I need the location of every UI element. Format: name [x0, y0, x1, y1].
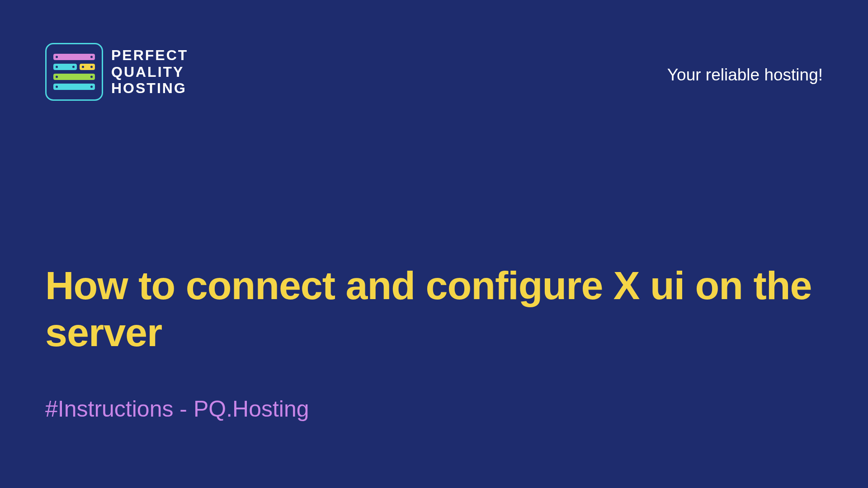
- logo-text-line: QUALITY: [111, 64, 188, 80]
- logo-bar: [53, 54, 95, 60]
- page-title: How to connect and configure X ui on the…: [45, 262, 823, 356]
- logo-bar-row: [53, 64, 95, 70]
- header: PERFECT QUALITY HOSTING Your reliable ho…: [0, 0, 868, 101]
- logo-text: PERFECT QUALITY HOSTING: [111, 47, 188, 97]
- logo-bar: [53, 84, 95, 90]
- logo-bar: [80, 64, 95, 70]
- tagline: Your reliable hosting!: [667, 43, 823, 84]
- logo-text-line: PERFECT: [111, 47, 188, 64]
- logo-icon: [45, 43, 103, 101]
- logo: PERFECT QUALITY HOSTING: [45, 43, 188, 101]
- logo-bar: [53, 74, 95, 80]
- subtitle: #Instructions - PQ.Hosting: [45, 396, 823, 422]
- logo-text-line: HOSTING: [111, 80, 188, 97]
- logo-bar: [53, 64, 77, 70]
- content: How to connect and configure X ui on the…: [45, 262, 823, 422]
